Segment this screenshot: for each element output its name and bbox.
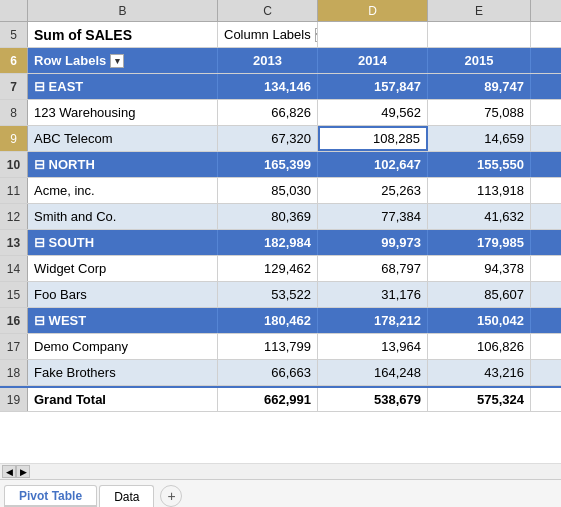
col-header-c: C <box>218 0 318 21</box>
row-num-19: 19 <box>0 388 28 411</box>
table-row: 6 Row Labels ▾ 2013 2014 2015 <box>0 48 561 74</box>
cell-5e <box>428 22 531 47</box>
table-row: 15 Foo Bars 53,522 31,176 85,607 <box>0 282 561 308</box>
row-num-7: 7 <box>0 74 28 99</box>
corner-cell <box>0 0 28 21</box>
column-headers: B C D E <box>0 0 561 22</box>
table-row: 18 Fake Brothers 66,663 164,248 43,216 <box>0 360 561 386</box>
tab-pivot-table[interactable]: Pivot Table <box>4 485 97 507</box>
region-south-2013: 182,984 <box>218 230 318 255</box>
row-foobars-2014: 31,176 <box>318 282 428 307</box>
row-num-16: 16 <box>0 308 28 333</box>
table-row: 12 Smith and Co. 80,369 77,384 41,632 <box>0 204 561 230</box>
row-labels-header: Row Labels ▾ <box>28 48 218 73</box>
scroll-right-icon[interactable]: ▶ <box>16 465 30 478</box>
grand-total-label: Grand Total <box>28 388 218 411</box>
col-header-2014: 2014 <box>318 48 428 73</box>
region-west-2015: 150,042 <box>428 308 531 333</box>
row-acme-2014: 25,263 <box>318 178 428 203</box>
row-foobars-2015: 85,607 <box>428 282 531 307</box>
region-west-label: ⊟ WEST <box>28 308 218 333</box>
scroll-left-icon[interactable]: ◀ <box>2 465 16 478</box>
row-fake-2013: 66,663 <box>218 360 318 385</box>
cell-5d <box>318 22 428 47</box>
col-header-2015: 2015 <box>428 48 531 73</box>
region-east-2014: 157,847 <box>318 74 428 99</box>
row-smith-label: Smith and Co. <box>28 204 218 229</box>
row-widget-2013: 129,462 <box>218 256 318 281</box>
row-foobars-2013: 53,522 <box>218 282 318 307</box>
tab-data[interactable]: Data <box>99 485 154 507</box>
row-abctelecom-2015: 14,659 <box>428 126 531 151</box>
region-east-2013: 134,146 <box>218 74 318 99</box>
row-num-14: 14 <box>0 256 28 281</box>
row-num-18: 18 <box>0 360 28 385</box>
pivot-title: Sum of SALES <box>28 22 218 47</box>
row-123warehousing-2013: 66,826 <box>218 100 318 125</box>
table-row: 7 ⊟ EAST 134,146 157,847 89,747 <box>0 74 561 100</box>
row-num-5: 5 <box>0 22 28 47</box>
region-west-2014: 178,212 <box>318 308 428 333</box>
row-demo-label: Demo Company <box>28 334 218 359</box>
row-fake-2015: 43,216 <box>428 360 531 385</box>
table-row: 14 Widget Corp 129,462 68,797 94,378 <box>0 256 561 282</box>
row-demo-2013: 113,799 <box>218 334 318 359</box>
table-row: 9 ABC Telecom 67,320 108,285 14,659 <box>0 126 561 152</box>
row-widget-2014: 68,797 <box>318 256 428 281</box>
region-north-label: ⊟ NORTH <box>28 152 218 177</box>
row-num-15: 15 <box>0 282 28 307</box>
row-demo-2015: 106,826 <box>428 334 531 359</box>
table-row: 13 ⊟ SOUTH 182,984 99,973 179,985 <box>0 230 561 256</box>
col-header-b: B <box>28 0 218 21</box>
table-row: 19 Grand Total 662,991 538,679 575,324 <box>0 386 561 412</box>
region-south-label: ⊟ SOUTH <box>28 230 218 255</box>
row-123warehousing-label: 123 Warehousing <box>28 100 218 125</box>
add-sheet-button[interactable]: + <box>160 485 182 507</box>
row-num-13: 13 <box>0 230 28 255</box>
row-smith-2013: 80,369 <box>218 204 318 229</box>
row-acme-2015: 113,918 <box>428 178 531 203</box>
row-num-6: 6 <box>0 48 28 73</box>
row-acme-label: Acme, inc. <box>28 178 218 203</box>
region-north-2015: 155,550 <box>428 152 531 177</box>
row-num-8: 8 <box>0 100 28 125</box>
row-abctelecom-label: ABC Telecom <box>28 126 218 151</box>
col-header-e: E <box>428 0 531 21</box>
region-east-2015: 89,747 <box>428 74 531 99</box>
table-row: 8 123 Warehousing 66,826 49,562 75,088 <box>0 100 561 126</box>
row-smith-2014: 77,384 <box>318 204 428 229</box>
row-num-9: 9 <box>0 126 28 151</box>
grand-total-2014: 538,679 <box>318 388 428 411</box>
row-acme-2013: 85,030 <box>218 178 318 203</box>
row-num-17: 17 <box>0 334 28 359</box>
table-row: 5 Sum of SALES Column Labels ▾ <box>0 22 561 48</box>
row-num-10: 10 <box>0 152 28 177</box>
region-north-2014: 102,647 <box>318 152 428 177</box>
region-south-2015: 179,985 <box>428 230 531 255</box>
row-num-12: 12 <box>0 204 28 229</box>
table-row: 16 ⊟ WEST 180,462 178,212 150,042 <box>0 308 561 334</box>
row-demo-2014: 13,964 <box>318 334 428 359</box>
row-labels-filter-icon[interactable]: ▾ <box>110 54 124 68</box>
col-header-2013: 2013 <box>218 48 318 73</box>
region-east-label: ⊟ EAST <box>28 74 218 99</box>
table-row: 17 Demo Company 113,799 13,964 106,826 <box>0 334 561 360</box>
sheet-tabs-bar: Pivot Table Data + <box>0 479 561 507</box>
region-west-2013: 180,462 <box>218 308 318 333</box>
row-123warehousing-2015: 75,088 <box>428 100 531 125</box>
table-body: 5 Sum of SALES Column Labels ▾ 6 Row Lab… <box>0 22 561 463</box>
table-row: 10 ⊟ NORTH 165,399 102,647 155,550 <box>0 152 561 178</box>
grand-total-2015: 575,324 <box>428 388 531 411</box>
row-fake-label: Fake Brothers <box>28 360 218 385</box>
col-labels-text: Column Labels ▾ <box>218 22 318 47</box>
row-widget-2015: 94,378 <box>428 256 531 281</box>
spreadsheet: B C D E 5 Sum of SALES Column Labels ▾ 6… <box>0 0 561 507</box>
region-north-2013: 165,399 <box>218 152 318 177</box>
grand-total-2013: 662,991 <box>218 388 318 411</box>
row-smith-2015: 41,632 <box>428 204 531 229</box>
row-fake-2014: 164,248 <box>318 360 428 385</box>
scroll-bar-area: ◀ ▶ <box>0 463 561 479</box>
row-abctelecom-2014[interactable]: 108,285 <box>318 126 428 151</box>
row-foobars-label: Foo Bars <box>28 282 218 307</box>
row-num-11: 11 <box>0 178 28 203</box>
